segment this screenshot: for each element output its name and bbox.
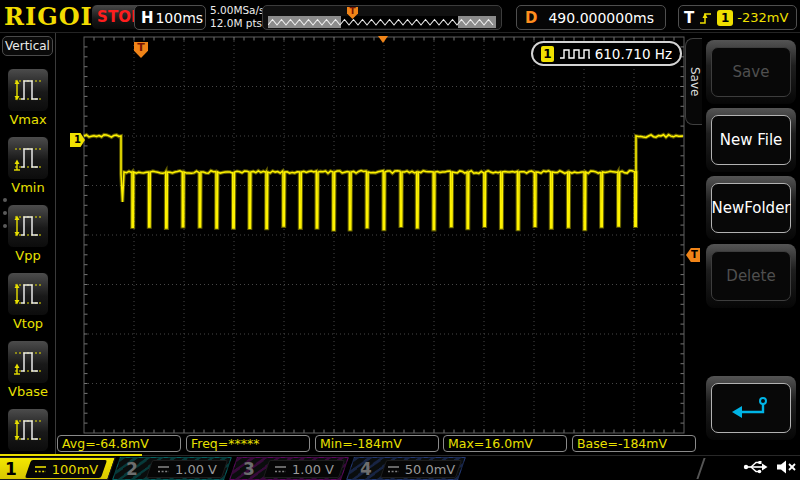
vpp-button[interactable]	[7, 204, 49, 248]
measurement-base: Base=-184mV	[572, 435, 696, 452]
delete-button[interactable]: Delete	[711, 251, 791, 301]
trigger-info: T 1 -232mV	[678, 5, 797, 30]
trigger-level-value: -232mV	[737, 10, 788, 25]
channel-2-status[interactable]: 2 1.00 V	[112, 457, 232, 480]
counter-value: 610.710 Hz	[595, 46, 672, 62]
sidebar-item-vtop[interactable]: Vtop	[7, 272, 49, 331]
horizontal-delay: D 490.000000ms	[516, 5, 666, 30]
vamp-icon	[11, 414, 45, 444]
channel-3-status[interactable]: 3 1.00 V	[229, 457, 349, 480]
channel-number: 3	[243, 459, 255, 479]
delay-value: 490.000000ms	[537, 10, 665, 26]
back-button[interactable]	[711, 383, 791, 433]
page-indicator-dot	[3, 198, 7, 202]
vamp-button[interactable]	[7, 408, 49, 452]
channel-number: 2	[126, 459, 138, 479]
channel-scale: 100mV	[52, 462, 98, 477]
measure-sidebar: Vertical Vmax Vmin Vpp Vtop Vbase Vamp	[0, 33, 56, 455]
sidebar-item-vmin[interactable]: Vmin	[7, 136, 49, 195]
channel-scale: 1.00 V	[175, 462, 217, 477]
channel-1-status[interactable]: 1 100mV	[0, 457, 116, 480]
page-indicator-dot	[3, 211, 7, 215]
dc-coupling-icon	[34, 465, 47, 474]
return-arrow-icon	[730, 395, 772, 421]
channel-number: 1	[5, 459, 17, 479]
horizontal-center-marker	[378, 36, 388, 43]
channel-4-status[interactable]: 4 50.0mV	[346, 457, 466, 480]
measurement-max: Max=16.0mV	[443, 435, 567, 452]
square-wave-icon	[559, 47, 590, 60]
softkey-group: New File	[706, 108, 796, 172]
counter-source-badge: 1	[541, 46, 554, 62]
status-divider	[696, 458, 705, 479]
page-indicator-dot	[3, 224, 7, 228]
softkey-group: Save	[706, 40, 796, 104]
vbase-button[interactable]	[7, 340, 49, 384]
vmax-icon	[11, 74, 45, 104]
waveform-preview-bar: T	[262, 5, 502, 30]
brand-logo: RIGOL	[4, 2, 98, 31]
menu-tab-save: Save	[685, 38, 702, 125]
speaker-muted-icon	[776, 459, 798, 475]
top-status-bar: RIGOL STOP H 100ms 5.00MSa/s 12.0M pts T…	[0, 0, 800, 33]
vmin-icon	[11, 142, 45, 172]
vbase-icon	[11, 346, 45, 376]
sidebar-item-vpp[interactable]: Vpp	[7, 204, 49, 263]
waveform-display: T 1 T 1 610.710 Hz Avg=-64.8mV Freq=****…	[56, 33, 702, 455]
vtop-icon	[11, 278, 45, 308]
sidebar-title: Vertical	[2, 36, 53, 56]
vpp-icon	[11, 210, 45, 240]
measurement-freq: Freq=*****	[186, 435, 310, 452]
rising-edge-icon	[698, 10, 713, 26]
vtop-button[interactable]	[7, 272, 49, 316]
vmax-button[interactable]	[7, 68, 49, 112]
new-folder-button[interactable]: NewFolder	[711, 183, 791, 233]
timebase-label: H	[141, 9, 154, 27]
sample-rate: 5.00MSa/s	[210, 4, 265, 17]
usb-icon	[742, 459, 768, 475]
measurement-min: Min=-184mV	[315, 435, 439, 452]
horizontal-timebase: H 100ms	[134, 5, 206, 30]
dc-coupling-icon	[157, 465, 170, 474]
channel-number: 4	[360, 459, 372, 479]
acquisition-info: 5.00MSa/s 12.0M pts	[210, 4, 265, 30]
softkey-menu: Save Save New File NewFolder Delete	[702, 33, 800, 455]
preview-waveform	[268, 16, 496, 28]
softkey-group	[706, 376, 796, 440]
memory-depth: 12.0M pts	[210, 17, 265, 30]
sidebar-item-vbase[interactable]: Vbase	[7, 340, 49, 399]
record-band	[268, 16, 496, 28]
oscilloscope-screen: RIGOL STOP H 100ms 5.00MSa/s 12.0M pts T…	[0, 0, 800, 480]
channel-scale: 50.0mV	[405, 462, 456, 477]
trigger-source-badge: 1	[717, 10, 733, 26]
softkey-group: Delete	[706, 244, 796, 308]
graticule-and-trace	[56, 33, 702, 445]
delay-label: D	[525, 9, 537, 27]
save-button[interactable]: Save	[711, 47, 791, 97]
new-file-button[interactable]: New File	[711, 115, 791, 165]
dc-coupling-icon	[387, 465, 400, 474]
vmin-button[interactable]	[7, 136, 49, 180]
softkey-group: NewFolder	[706, 176, 796, 240]
channel-status-bar: 1 100mV 2 1.00 V 3 1.00 V	[0, 455, 800, 480]
measurement-avg: Avg=-64.8mV	[57, 435, 181, 452]
active-channel-underline	[0, 454, 142, 456]
trigger-label: T	[684, 9, 694, 27]
frequency-counter: 1 610.710 Hz	[531, 41, 682, 66]
timebase-value: 100ms	[154, 10, 205, 26]
sidebar-item-vmax[interactable]: Vmax	[7, 68, 49, 127]
dc-coupling-icon	[274, 465, 287, 474]
channel-scale: 1.00 V	[292, 462, 334, 477]
